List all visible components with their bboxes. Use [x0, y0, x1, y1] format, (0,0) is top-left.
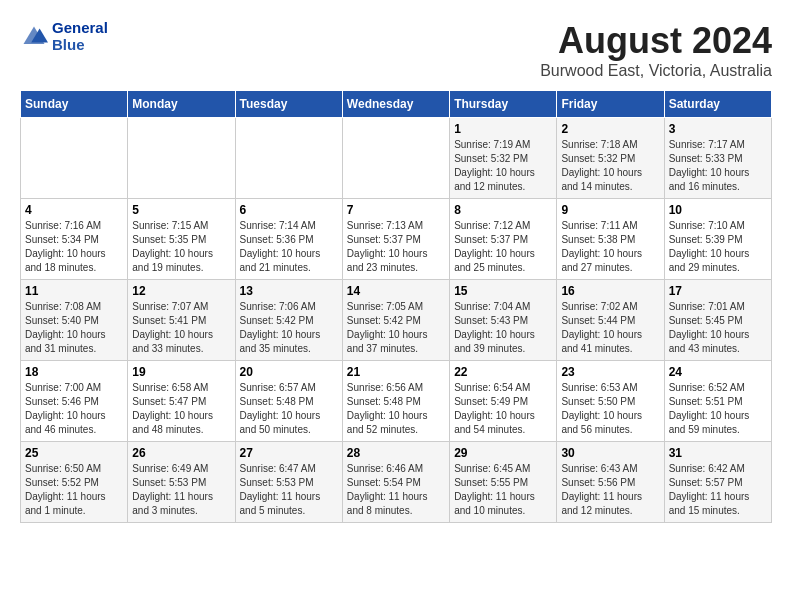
day-number: 31 — [669, 446, 767, 460]
day-cell: 10Sunrise: 7:10 AM Sunset: 5:39 PM Dayli… — [664, 199, 771, 280]
day-info: Sunrise: 6:49 AM Sunset: 5:53 PM Dayligh… — [132, 462, 230, 518]
day-cell — [235, 118, 342, 199]
day-cell: 18Sunrise: 7:00 AM Sunset: 5:46 PM Dayli… — [21, 361, 128, 442]
day-number: 11 — [25, 284, 123, 298]
day-cell — [128, 118, 235, 199]
day-cell: 14Sunrise: 7:05 AM Sunset: 5:42 PM Dayli… — [342, 280, 449, 361]
day-number: 22 — [454, 365, 552, 379]
day-cell: 31Sunrise: 6:42 AM Sunset: 5:57 PM Dayli… — [664, 442, 771, 523]
day-cell: 19Sunrise: 6:58 AM Sunset: 5:47 PM Dayli… — [128, 361, 235, 442]
day-number: 24 — [669, 365, 767, 379]
day-cell: 5Sunrise: 7:15 AM Sunset: 5:35 PM Daylig… — [128, 199, 235, 280]
day-info: Sunrise: 7:15 AM Sunset: 5:35 PM Dayligh… — [132, 219, 230, 275]
day-cell: 3Sunrise: 7:17 AM Sunset: 5:33 PM Daylig… — [664, 118, 771, 199]
page-header: General Blue August 2024 Burwood East, V… — [20, 20, 772, 80]
day-number: 13 — [240, 284, 338, 298]
header-cell-monday: Monday — [128, 91, 235, 118]
day-number: 30 — [561, 446, 659, 460]
header-row: SundayMondayTuesdayWednesdayThursdayFrid… — [21, 91, 772, 118]
day-info: Sunrise: 7:05 AM Sunset: 5:42 PM Dayligh… — [347, 300, 445, 356]
header-cell-saturday: Saturday — [664, 91, 771, 118]
day-cell: 27Sunrise: 6:47 AM Sunset: 5:53 PM Dayli… — [235, 442, 342, 523]
day-info: Sunrise: 6:56 AM Sunset: 5:48 PM Dayligh… — [347, 381, 445, 437]
day-cell: 20Sunrise: 6:57 AM Sunset: 5:48 PM Dayli… — [235, 361, 342, 442]
day-info: Sunrise: 7:08 AM Sunset: 5:40 PM Dayligh… — [25, 300, 123, 356]
day-number: 12 — [132, 284, 230, 298]
day-cell: 9Sunrise: 7:11 AM Sunset: 5:38 PM Daylig… — [557, 199, 664, 280]
week-row-3: 11Sunrise: 7:08 AM Sunset: 5:40 PM Dayli… — [21, 280, 772, 361]
week-row-5: 25Sunrise: 6:50 AM Sunset: 5:52 PM Dayli… — [21, 442, 772, 523]
header-cell-thursday: Thursday — [450, 91, 557, 118]
week-row-4: 18Sunrise: 7:00 AM Sunset: 5:46 PM Dayli… — [21, 361, 772, 442]
day-info: Sunrise: 6:52 AM Sunset: 5:51 PM Dayligh… — [669, 381, 767, 437]
day-number: 17 — [669, 284, 767, 298]
day-cell: 8Sunrise: 7:12 AM Sunset: 5:37 PM Daylig… — [450, 199, 557, 280]
day-info: Sunrise: 7:07 AM Sunset: 5:41 PM Dayligh… — [132, 300, 230, 356]
day-number: 4 — [25, 203, 123, 217]
day-cell: 6Sunrise: 7:14 AM Sunset: 5:36 PM Daylig… — [235, 199, 342, 280]
day-cell: 13Sunrise: 7:06 AM Sunset: 5:42 PM Dayli… — [235, 280, 342, 361]
logo-icon — [20, 23, 48, 51]
day-number: 29 — [454, 446, 552, 460]
day-cell: 4Sunrise: 7:16 AM Sunset: 5:34 PM Daylig… — [21, 199, 128, 280]
day-info: Sunrise: 7:02 AM Sunset: 5:44 PM Dayligh… — [561, 300, 659, 356]
day-number: 26 — [132, 446, 230, 460]
day-number: 9 — [561, 203, 659, 217]
day-info: Sunrise: 6:54 AM Sunset: 5:49 PM Dayligh… — [454, 381, 552, 437]
day-cell: 22Sunrise: 6:54 AM Sunset: 5:49 PM Dayli… — [450, 361, 557, 442]
calendar-table: SundayMondayTuesdayWednesdayThursdayFrid… — [20, 90, 772, 523]
day-number: 7 — [347, 203, 445, 217]
day-number: 8 — [454, 203, 552, 217]
week-row-1: 1Sunrise: 7:19 AM Sunset: 5:32 PM Daylig… — [21, 118, 772, 199]
day-info: Sunrise: 7:16 AM Sunset: 5:34 PM Dayligh… — [25, 219, 123, 275]
day-number: 27 — [240, 446, 338, 460]
day-cell: 2Sunrise: 7:18 AM Sunset: 5:32 PM Daylig… — [557, 118, 664, 199]
day-number: 5 — [132, 203, 230, 217]
logo: General Blue — [20, 20, 108, 53]
day-number: 16 — [561, 284, 659, 298]
day-info: Sunrise: 6:50 AM Sunset: 5:52 PM Dayligh… — [25, 462, 123, 518]
day-cell: 28Sunrise: 6:46 AM Sunset: 5:54 PM Dayli… — [342, 442, 449, 523]
calendar-title: August 2024 — [540, 20, 772, 62]
day-cell: 24Sunrise: 6:52 AM Sunset: 5:51 PM Dayli… — [664, 361, 771, 442]
day-cell: 23Sunrise: 6:53 AM Sunset: 5:50 PM Dayli… — [557, 361, 664, 442]
day-info: Sunrise: 7:11 AM Sunset: 5:38 PM Dayligh… — [561, 219, 659, 275]
day-cell — [21, 118, 128, 199]
day-cell: 7Sunrise: 7:13 AM Sunset: 5:37 PM Daylig… — [342, 199, 449, 280]
calendar-header: SundayMondayTuesdayWednesdayThursdayFrid… — [21, 91, 772, 118]
day-cell: 12Sunrise: 7:07 AM Sunset: 5:41 PM Dayli… — [128, 280, 235, 361]
day-number: 20 — [240, 365, 338, 379]
day-info: Sunrise: 7:17 AM Sunset: 5:33 PM Dayligh… — [669, 138, 767, 194]
day-cell: 30Sunrise: 6:43 AM Sunset: 5:56 PM Dayli… — [557, 442, 664, 523]
day-number: 3 — [669, 122, 767, 136]
day-info: Sunrise: 6:45 AM Sunset: 5:55 PM Dayligh… — [454, 462, 552, 518]
day-info: Sunrise: 6:57 AM Sunset: 5:48 PM Dayligh… — [240, 381, 338, 437]
day-cell: 16Sunrise: 7:02 AM Sunset: 5:44 PM Dayli… — [557, 280, 664, 361]
day-info: Sunrise: 7:04 AM Sunset: 5:43 PM Dayligh… — [454, 300, 552, 356]
day-number: 2 — [561, 122, 659, 136]
day-info: Sunrise: 7:06 AM Sunset: 5:42 PM Dayligh… — [240, 300, 338, 356]
day-info: Sunrise: 7:19 AM Sunset: 5:32 PM Dayligh… — [454, 138, 552, 194]
day-number: 15 — [454, 284, 552, 298]
day-info: Sunrise: 7:12 AM Sunset: 5:37 PM Dayligh… — [454, 219, 552, 275]
day-info: Sunrise: 6:47 AM Sunset: 5:53 PM Dayligh… — [240, 462, 338, 518]
day-info: Sunrise: 7:01 AM Sunset: 5:45 PM Dayligh… — [669, 300, 767, 356]
day-info: Sunrise: 7:13 AM Sunset: 5:37 PM Dayligh… — [347, 219, 445, 275]
calendar-subtitle: Burwood East, Victoria, Australia — [540, 62, 772, 80]
logo-text-blue: Blue — [52, 37, 108, 54]
title-block: August 2024 Burwood East, Victoria, Aust… — [540, 20, 772, 80]
day-info: Sunrise: 7:10 AM Sunset: 5:39 PM Dayligh… — [669, 219, 767, 275]
day-cell: 15Sunrise: 7:04 AM Sunset: 5:43 PM Dayli… — [450, 280, 557, 361]
day-info: Sunrise: 7:00 AM Sunset: 5:46 PM Dayligh… — [25, 381, 123, 437]
calendar-body: 1Sunrise: 7:19 AM Sunset: 5:32 PM Daylig… — [21, 118, 772, 523]
day-number: 1 — [454, 122, 552, 136]
day-info: Sunrise: 6:42 AM Sunset: 5:57 PM Dayligh… — [669, 462, 767, 518]
day-cell: 11Sunrise: 7:08 AM Sunset: 5:40 PM Dayli… — [21, 280, 128, 361]
logo-text-general: General — [52, 20, 108, 37]
header-cell-wednesday: Wednesday — [342, 91, 449, 118]
day-info: Sunrise: 6:53 AM Sunset: 5:50 PM Dayligh… — [561, 381, 659, 437]
day-number: 25 — [25, 446, 123, 460]
day-cell: 26Sunrise: 6:49 AM Sunset: 5:53 PM Dayli… — [128, 442, 235, 523]
day-number: 10 — [669, 203, 767, 217]
day-cell: 21Sunrise: 6:56 AM Sunset: 5:48 PM Dayli… — [342, 361, 449, 442]
